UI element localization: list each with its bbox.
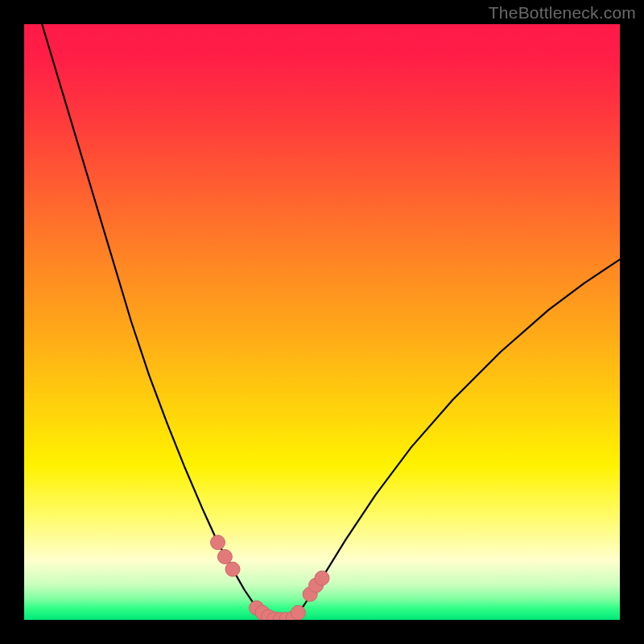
curve-marker <box>211 535 225 550</box>
watermark-label: TheBottleneck.com <box>489 3 636 23</box>
curve-marker <box>315 571 329 585</box>
marker-layer <box>211 535 330 620</box>
chart-svg <box>24 24 620 620</box>
curve-marker <box>291 605 305 620</box>
curve-marker <box>217 550 232 564</box>
chart-stage: TheBottleneck.com <box>0 0 644 644</box>
plot-area <box>24 24 620 620</box>
curve-marker <box>225 562 240 576</box>
bottleneck-curve <box>42 24 620 620</box>
